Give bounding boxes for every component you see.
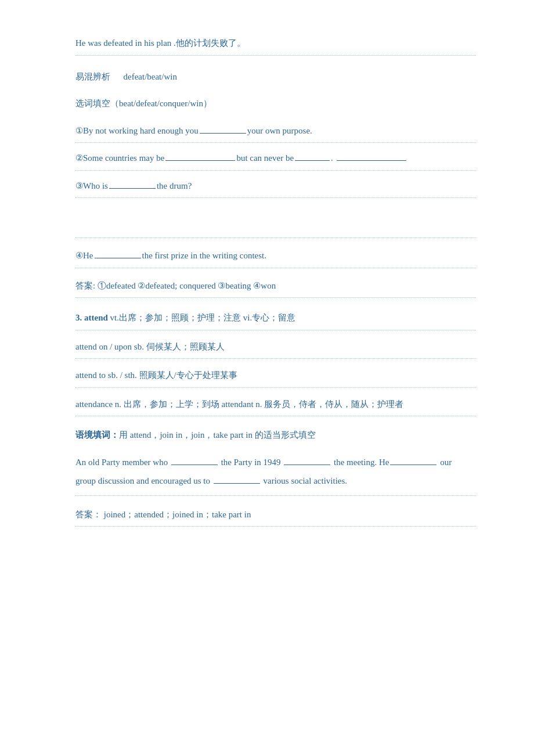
attend-definition: vt.出席；参加；照顾；护理；注意 vi.专心；留意 xyxy=(108,313,295,322)
answer2-content: joined；attended；joined in；take part in xyxy=(104,510,251,519)
q2-blank1 xyxy=(165,160,235,161)
attend-to-section: attend to sb. / sth. 照顾某人/专心于处理某事 xyxy=(75,367,476,388)
q5-blank1 xyxy=(171,465,218,465)
question-2: ②Some countries may bebut can never be. xyxy=(75,150,476,171)
fill-blank-section: 选词填空（beat/defeat/conquer/win） xyxy=(75,95,476,112)
q5-text2: the Party in 1949 xyxy=(219,458,283,467)
q2-after: . xyxy=(331,153,333,163)
attend-on-section: attend on / upon sb. 伺候某人；照顾某人 xyxy=(75,339,476,359)
question-5: An old Party member who the Party in 194… xyxy=(75,454,476,496)
attendance-section: attendance n. 出席，参加；上学；到场 attendant n. 服… xyxy=(75,396,476,417)
fill-blank-label: 选词填空（beat/defeat/conquer/win） xyxy=(75,99,212,110)
separator-line xyxy=(75,237,476,238)
q1-blank xyxy=(200,133,246,134)
attend-section: 3. attend vt.出席；参加；照顾；护理；注意 vi.专心；留意 xyxy=(75,309,476,330)
question-4: ④Hethe first prize in the writing contes… xyxy=(75,247,476,268)
attendance-text: attendance n. 出席，参加；上学；到场 attendant n. 服… xyxy=(75,399,403,411)
q1-before: ①By not working hard enough you xyxy=(75,126,199,135)
q3-after: the drum? xyxy=(157,181,192,190)
q3-before: ③Who is xyxy=(75,181,108,190)
q4-before: ④He xyxy=(75,251,93,260)
question-3: ③Who isthe drum? xyxy=(75,178,476,199)
q2-extra-line xyxy=(337,160,406,161)
answer-section-1: 答案: ①defeated ②defeated; conquered ③beat… xyxy=(75,278,476,298)
attend-label: 3. attend xyxy=(75,313,108,322)
q5-text5: group discussion and encouraged us to xyxy=(75,476,212,485)
answer2-label: 答案： xyxy=(75,510,102,519)
context-fill-text: 用 attend，join in，join，take part in 的适当形式… xyxy=(119,430,316,440)
confused-label: 易混辨析 defeat/beat/win xyxy=(75,72,177,84)
q5-blank4 xyxy=(214,483,260,484)
q1-after: your own purpose. xyxy=(247,126,312,135)
q5-text4: our xyxy=(438,458,452,467)
gap-area xyxy=(75,199,476,228)
q4-blank xyxy=(95,258,141,258)
q2-before: ②Some countries may be xyxy=(75,153,164,163)
example-sentence: He was defeated in his plan .他的计划失败了。 xyxy=(75,35,476,56)
answer1-label: 答案: xyxy=(75,281,95,290)
confused-words-section: 易混辨析 defeat/beat/win xyxy=(75,69,476,85)
q5-text6: various social activities. xyxy=(261,476,347,485)
q2-blank2 xyxy=(295,160,330,161)
q5-text3: the meeting. He xyxy=(331,458,389,467)
q5-blank3 xyxy=(390,465,436,465)
attend-to-text: attend to sb. / sth. 照顾某人/专心于处理某事 xyxy=(75,370,237,382)
example-sentence-text: He was defeated in his plan .他的计划失败了。 xyxy=(75,38,246,50)
attend-on-text: attend on / upon sb. 伺候某人；照顾某人 xyxy=(75,342,225,354)
answer1-content: ①defeated ②defeated; conquered ③beating … xyxy=(98,281,276,290)
context-fill-label: 语境填词： xyxy=(75,430,119,440)
q5-text1: An old Party member who xyxy=(75,458,170,467)
q5-blank2 xyxy=(284,465,330,465)
question-1: ①By not working hard enough youyour own … xyxy=(75,123,476,143)
q4-after: the first prize in the writing contest. xyxy=(142,251,267,260)
q2-mid: but can never be xyxy=(236,153,294,163)
context-fill-section: 语境填词：用 attend，join in，join，take part in … xyxy=(75,427,476,444)
q3-blank xyxy=(109,188,156,189)
answer-section-2: 答案： joined；attended；joined in；take part … xyxy=(75,506,476,527)
page-container: He was defeated in his plan .他的计划失败了。 易混… xyxy=(75,35,476,527)
